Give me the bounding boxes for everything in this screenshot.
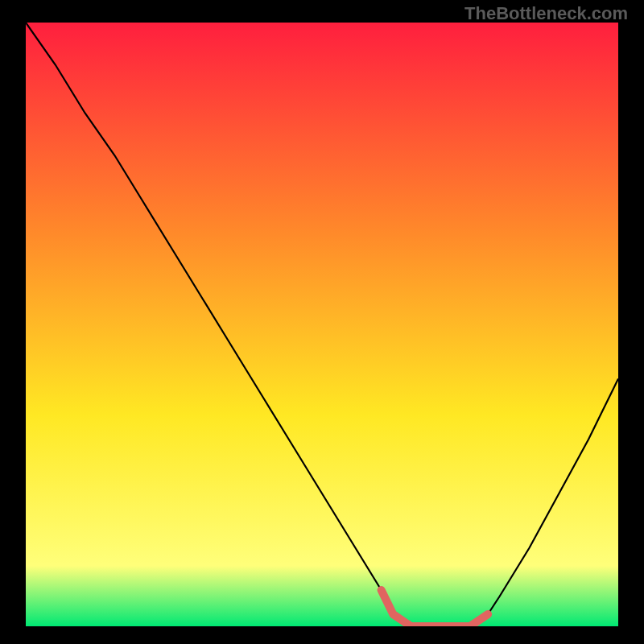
plot-area xyxy=(26,23,618,626)
watermark-text: TheBottleneck.com xyxy=(464,3,628,24)
gradient-background xyxy=(26,23,618,626)
chart-container: TheBottleneck.com xyxy=(0,0,644,644)
chart-svg xyxy=(26,23,618,626)
